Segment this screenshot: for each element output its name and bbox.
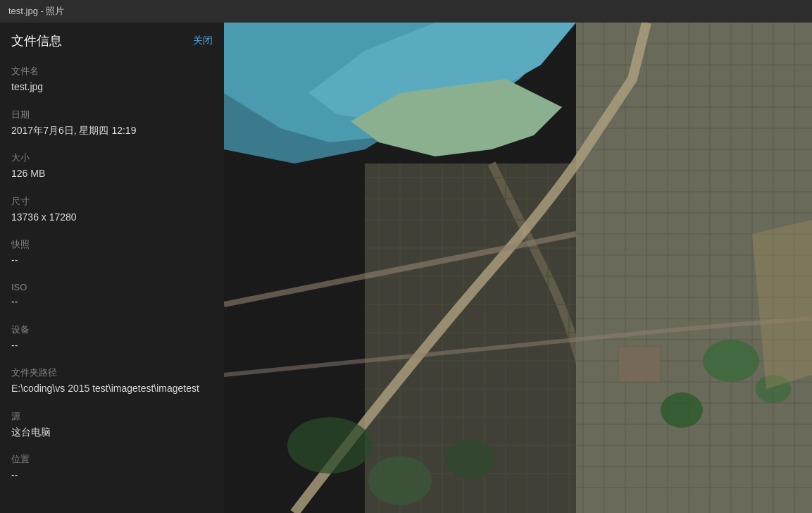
info-panel-title: 文件信息 (11, 32, 62, 49)
info-label: 设备 (11, 323, 213, 336)
svg-point-63 (446, 440, 495, 479)
info-label: 快照 (11, 238, 213, 251)
info-group: ISO-- (0, 275, 224, 316)
info-label: 日期 (11, 109, 213, 121)
info-value: 这台电脑 (11, 426, 213, 440)
info-value: -- (11, 339, 213, 353)
info-group: 日期2017年7月6日, 星期四 12:19 (0, 101, 224, 145)
info-value: -- (11, 295, 213, 309)
info-value: 13736 x 17280 (11, 211, 213, 225)
info-value: E:\coding\vs 2015 test\imagetest\imagete… (11, 382, 213, 396)
info-group: 文件夹路径E:\coding\vs 2015 test\imagetest\im… (0, 359, 224, 403)
info-group: 位置-- (0, 446, 224, 490)
info-value: 2017年7月6日, 星期四 12:19 (11, 124, 213, 138)
info-label: 位置 (11, 453, 213, 466)
svg-point-62 (368, 456, 432, 505)
titlebar-text: test.jpg - 照片 (8, 5, 64, 18)
info-value: 126 MB (11, 167, 213, 181)
svg-rect-64 (618, 347, 661, 382)
info-panel-header: 文件信息 关闭 (0, 23, 224, 58)
info-group: 快照-- (0, 231, 224, 275)
info-label: ISO (11, 282, 213, 292)
svg-point-61 (287, 417, 372, 474)
info-label: 文件名 (11, 65, 213, 78)
info-label: 文件夹路径 (11, 366, 213, 379)
info-value: -- (11, 469, 213, 483)
info-value: test.jpg (11, 80, 213, 94)
info-panel: 文件信息 关闭 文件名test.jpg日期2017年7月6日, 星期四 12:1… (0, 23, 224, 513)
info-fields-container: 文件名test.jpg日期2017年7月6日, 星期四 12:19大小126 M… (0, 58, 224, 490)
svg-point-37 (661, 393, 703, 428)
info-group: 大小126 MB (0, 144, 224, 188)
info-label: 尺寸 (11, 195, 213, 208)
close-button[interactable]: 关闭 (193, 35, 213, 47)
image-viewer (224, 23, 812, 513)
titlebar: test.jpg - 照片 (0, 0, 812, 23)
info-value: -- (11, 254, 213, 268)
info-group: 文件名test.jpg (0, 58, 224, 101)
info-label: 源 (11, 410, 213, 423)
info-group: 尺寸13736 x 17280 (0, 188, 224, 232)
info-group: 源这台电脑 (0, 403, 224, 447)
main-content: 文件信息 关闭 文件名test.jpg日期2017年7月6日, 星期四 12:1… (0, 23, 812, 513)
satellite-image (224, 23, 812, 513)
info-label: 大小 (11, 152, 213, 164)
svg-point-35 (703, 340, 759, 382)
info-group: 设备-- (0, 316, 224, 360)
